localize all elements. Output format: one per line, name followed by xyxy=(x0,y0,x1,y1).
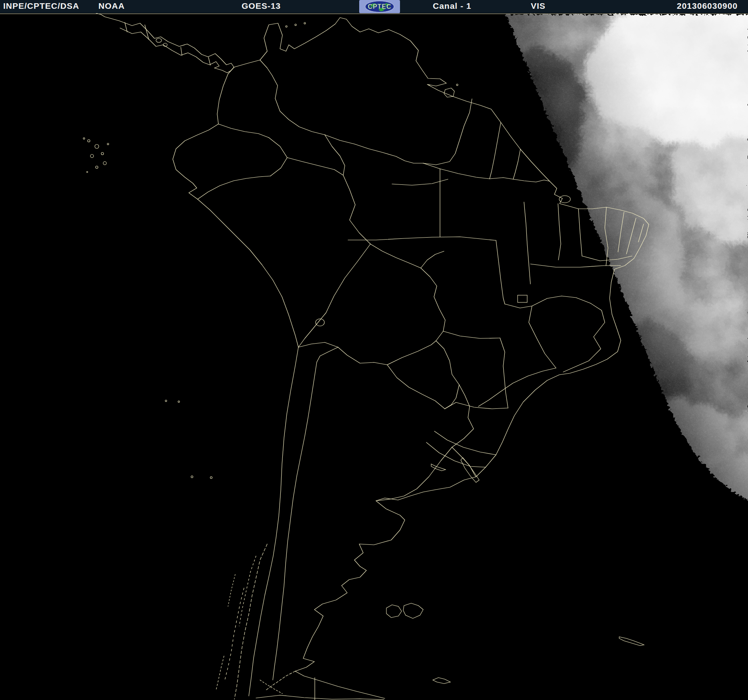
satellite-image-viewport: INPE/CPTEC/DSA NOAA GOES-13 CPTEC Canal … xyxy=(0,0,748,700)
cptec-logo: CPTEC xyxy=(359,0,400,13)
organization-label: NOAA xyxy=(98,1,125,11)
goes13-satellite-image xyxy=(0,0,748,700)
band-label: VIS xyxy=(531,1,546,11)
agency-label: INPE/CPTEC/DSA xyxy=(3,1,79,11)
timestamp-label: 201306030900 xyxy=(677,1,738,11)
satellite-label: GOES-13 xyxy=(242,1,281,11)
logo-text: CPTEC xyxy=(368,3,391,10)
header-bar: INPE/CPTEC/DSA NOAA GOES-13 CPTEC Canal … xyxy=(0,0,748,13)
channel-label: Canal - 1 xyxy=(433,1,472,11)
